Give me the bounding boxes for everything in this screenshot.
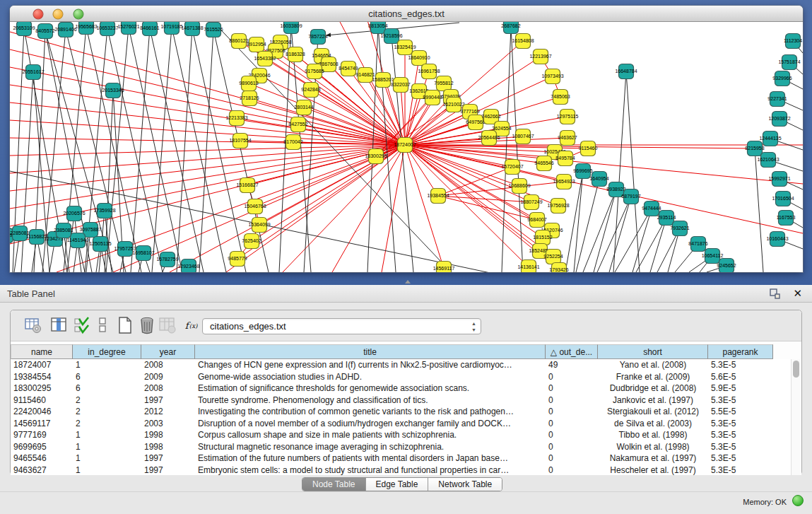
table-cell[interactable]: 5.3E-5 (708, 418, 773, 430)
table-cell[interactable]: Estimation of the future numbers of pati… (195, 452, 546, 465)
network-edge[interactable] (382, 145, 405, 272)
table-cell[interactable]: 0 (546, 441, 598, 453)
table-cell[interactable]: Corpus callosum shape and size in male p… (195, 429, 546, 441)
network-node[interactable]: 9890613 (239, 76, 258, 91)
table-cell[interactable]: Hescheler et al. (1997) (598, 465, 708, 476)
network-edge[interactable] (615, 209, 652, 272)
network-node[interactable]: 8322037 (391, 78, 410, 93)
table-cell[interactable]: de Silva et al. (2003) (598, 418, 708, 430)
network-window-titlebar[interactable]: citations_edges.txt (10, 6, 803, 22)
network-node[interactable]: 1112304 (784, 34, 802, 49)
network-node[interactable]: 10973493 (541, 69, 563, 84)
network-node[interactable]: 16154808 (512, 34, 534, 49)
column-header-pagerank[interactable]: pagerank (708, 344, 773, 359)
column-header-name[interactable]: name (11, 344, 73, 359)
table-cell[interactable]: 6 (73, 382, 141, 395)
table-cell[interactable]: 1 (73, 465, 141, 476)
network-node[interactable]: 15720407 (501, 160, 523, 175)
network-node[interactable]: 9465546 (534, 156, 553, 171)
network-node[interactable]: 15751874 (778, 55, 800, 70)
network-node[interactable]: 6879197 (621, 189, 640, 204)
network-node[interactable]: 14136141 (517, 260, 539, 273)
table-cell[interactable]: Yano et al. (2008) (598, 359, 708, 371)
column-header-short[interactable]: short (598, 344, 708, 359)
table-cell[interactable]: Structural magnetic resonance image aver… (195, 441, 546, 453)
network-node[interactable]: 10807467 (512, 129, 534, 144)
network-node[interactable]: 1793426 (549, 263, 568, 273)
table-cell[interactable]: 0 (546, 371, 598, 383)
network-node[interactable]: 12923468 (177, 259, 199, 273)
table-cell[interactable]: 5.9E-5 (708, 382, 773, 395)
network-node[interactable]: 7932621 (670, 221, 689, 236)
network-table-select[interactable]: citations_edges.txt ▲▼ (202, 318, 481, 334)
network-view[interactable]: 2065310984055722089140619565683106532371… (10, 22, 803, 272)
network-node[interactable]: 1167553 (777, 211, 796, 226)
table-row[interactable]: 911546021997Tourette syndrome. Phenomeno… (11, 395, 801, 407)
network-node[interactable]: 12213383 (225, 111, 247, 126)
new-table-icon[interactable] (116, 316, 134, 334)
table-cell[interactable]: 2003 (141, 418, 195, 430)
table-cell[interactable]: 9777169 (11, 429, 73, 441)
table-cell[interactable]: 0 (546, 406, 598, 418)
table-scrollbar-thumb[interactable] (793, 361, 799, 378)
function-builder-icon[interactable]: f(x) (184, 319, 202, 333)
network-node[interactable]: 10688609 (508, 179, 530, 194)
table-cell[interactable]: Dudbridge et al. (2008) (598, 382, 708, 395)
table-cell[interactable]: 2009 (141, 371, 195, 383)
network-node[interactable]: 8471876 (688, 237, 707, 252)
network-edge[interactable] (609, 197, 631, 272)
table-cell[interactable]: 0 (546, 395, 598, 407)
table-cell[interactable]: Franke et al. (2009) (598, 371, 708, 383)
network-node[interactable]: 9175685 (305, 64, 324, 79)
table-cell[interactable]: 2008 (141, 359, 195, 371)
network-node[interactable]: 16033809 (280, 22, 302, 34)
network-node[interactable]: 19654923 (553, 175, 575, 189)
network-edge[interactable] (107, 28, 163, 272)
network-node[interactable]: 16961758 (418, 64, 440, 79)
table-cell[interactable]: 1 (73, 452, 141, 465)
network-node[interactable]: 15992971 (768, 172, 790, 187)
network-edge[interactable] (177, 28, 192, 272)
network-node[interactable]: 7955812 (434, 76, 453, 91)
table-row[interactable]: 2242004622012Investigating the contribut… (11, 406, 801, 418)
delete-table-icon[interactable] (138, 316, 156, 334)
table-cell[interactable]: Disruption of a novel member of a sodium… (195, 418, 546, 430)
network-edge[interactable] (129, 27, 182, 272)
network-node[interactable]: 7485063 (551, 90, 570, 105)
column-header-out_de[interactable]: △ out_de... (546, 344, 598, 359)
table-cell[interactable]: Tourette syndrome. Phenomenology and cla… (195, 395, 546, 407)
network-node[interactable]: 16782759 (156, 252, 178, 267)
network-edge[interactable] (511, 26, 523, 272)
network-node[interactable]: 9463627 (558, 131, 577, 146)
network-node[interactable]: 12975115 (557, 110, 579, 124)
network-node[interactable]: 10719185 (160, 22, 182, 35)
table-cell[interactable]: 1 (73, 441, 141, 453)
network-node[interactable]: 2687682 (501, 22, 520, 34)
network-edge[interactable] (106, 27, 129, 272)
tab-network-table[interactable]: Network Table (428, 478, 502, 491)
table-cell[interactable]: 18300295 (11, 382, 73, 395)
table-cell[interactable]: 22420046 (11, 406, 73, 418)
table-cell[interactable]: 6 (73, 371, 141, 383)
table-cell[interactable]: 5.5E-5 (708, 406, 773, 418)
network-node[interactable]: 9329966 (772, 71, 792, 86)
network-edge[interactable] (574, 171, 583, 272)
table-cell[interactable]: 5.3E-5 (708, 395, 773, 407)
network-node[interactable]: 1815152 (533, 230, 552, 245)
table-cell[interactable]: Nakamura et al. (1997) (598, 452, 708, 465)
network-node[interactable]: 1640954 (589, 172, 608, 187)
table-cell[interactable]: 14569117 (11, 418, 73, 430)
table-cell[interactable]: 5.6E-5 (708, 371, 773, 383)
network-node[interactable]: 19756928 (547, 199, 569, 214)
table-cell[interactable]: 18724007 (11, 359, 73, 371)
network-node[interactable]: 15276021 (117, 22, 139, 35)
table-row[interactable]: 1830029562008Estimation of significance … (11, 382, 801, 395)
column-header-year[interactable]: year (141, 344, 195, 359)
network-node[interactable]: 8912954 (247, 37, 266, 52)
network-edge[interactable] (249, 98, 405, 145)
show-column-icon[interactable] (49, 316, 68, 334)
table-cell[interactable]: Genome-wide association studies in ADHD. (195, 371, 546, 383)
float-panel-icon[interactable] (770, 288, 781, 299)
network-node[interactable]: 12444135 (759, 132, 781, 146)
network-node[interactable]: 17016504 (772, 192, 794, 206)
